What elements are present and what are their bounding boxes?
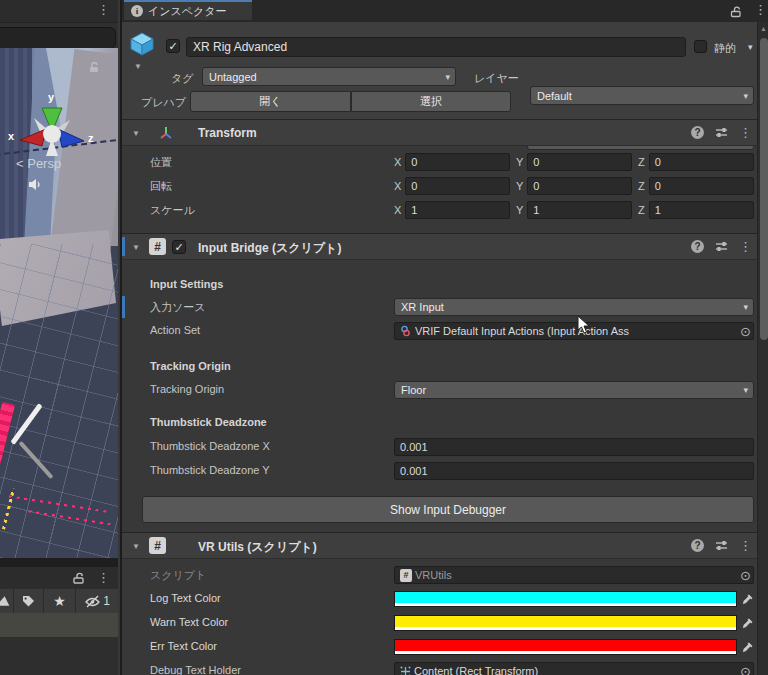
active-checkbox[interactable]: ✓	[166, 39, 180, 53]
input-bridge-header[interactable]: ▼ # ✓ Input Bridge (スクリプト) ? ⋮	[122, 233, 768, 260]
presets-icon[interactable]	[715, 539, 728, 552]
err-color-field[interactable]	[394, 639, 737, 655]
inspector-scrollbar[interactable]: ▲	[757, 22, 768, 675]
action-set-row: Action Set VRIF Default Input Actions (I…	[122, 322, 757, 340]
axis-x-label[interactable]: X	[394, 204, 401, 216]
eye-slash-icon	[84, 595, 101, 608]
presets-icon[interactable]	[715, 126, 728, 139]
action-set-object-field[interactable]: VRIF Default Input Actions (Input Action…	[394, 322, 754, 340]
script-object-field[interactable]: # VRUtils ⊙	[394, 566, 754, 584]
foldout-icon[interactable]: ▼	[134, 62, 142, 71]
gizmo-y-label[interactable]: y	[48, 91, 54, 103]
axis-y-label[interactable]: Y	[516, 156, 523, 168]
log-color-field[interactable]	[394, 591, 737, 607]
axis-x-label[interactable]: X	[394, 180, 401, 192]
deadzone-x-label: Thumbstick Deadzone X	[150, 440, 270, 452]
vr-utils-header[interactable]: ▼ # VR Utils (スクリプト) ? ⋮	[122, 532, 768, 559]
component-enabled-checkbox[interactable]: ✓	[172, 240, 186, 254]
deadzone-y-field[interactable]: 0.001	[394, 462, 754, 480]
input-actions-asset-icon	[400, 325, 412, 337]
unlock-icon[interactable]	[730, 5, 743, 18]
axis-z-label[interactable]: Z	[638, 180, 645, 192]
layer-dropdown[interactable]: Default ▾	[530, 86, 754, 105]
presets-icon[interactable]	[715, 240, 728, 253]
more-icon[interactable]: ⋮	[97, 4, 110, 16]
object-picker-icon[interactable]: ⊙	[739, 324, 752, 339]
object-picker-icon[interactable]: ⊙	[739, 568, 752, 583]
color-swatch	[395, 616, 736, 627]
more-icon[interactable]: ⋮	[754, 4, 767, 16]
asset-header-icons: ★ 1	[0, 589, 118, 613]
static-checkbox[interactable]	[694, 40, 707, 53]
more-icon[interactable]: ⋮	[739, 127, 752, 139]
log-color-row: Log Text Color	[122, 590, 757, 608]
scene-visibility-toggle[interactable]: 1	[76, 589, 118, 613]
foldout-icon[interactable]: ▼	[132, 542, 140, 551]
object-picker-icon[interactable]: ⊙	[739, 664, 752, 675]
action-set-label: Action Set	[150, 324, 200, 336]
help-icon[interactable]: ?	[691, 126, 704, 139]
prefab-open-button[interactable]: 開く	[190, 91, 351, 112]
scale-label: スケール	[150, 203, 195, 218]
tag-dropdown[interactable]: Untagged ▾	[202, 67, 456, 86]
more-icon[interactable]: ⋮	[739, 241, 752, 253]
more-icon[interactable]: ⋮	[739, 540, 752, 552]
tracking-origin-label: Tracking Origin	[150, 383, 224, 395]
gameobject-cube-icon[interactable]	[129, 31, 155, 57]
input-settings-header: Input Settings	[150, 278, 223, 290]
axis-z-label[interactable]: Z	[638, 156, 645, 168]
deadzone-x-row: Thumbstick Deadzone X 0.001	[122, 438, 757, 456]
static-label[interactable]: 静的	[714, 41, 736, 56]
debug-text-holder-object-field[interactable]: Content (Rect Transform) ⊙	[394, 662, 754, 675]
tracking-origin-dropdown[interactable]: Floor ▾	[394, 381, 754, 399]
gameobject-name-field[interactable]: XR Rig Advanced	[186, 37, 686, 57]
axis-z-label[interactable]: Z	[638, 204, 645, 216]
scale-y-field[interactable]: 1	[527, 201, 632, 219]
warn-color-field[interactable]	[394, 615, 737, 631]
eyedropper-icon[interactable]	[741, 641, 754, 654]
rotation-y-field[interactable]: 0	[527, 177, 632, 195]
help-icon[interactable]: ?	[691, 240, 704, 253]
gizmo-x-label[interactable]: x	[8, 130, 14, 142]
clipped-icon[interactable]	[0, 589, 14, 613]
position-y-field[interactable]: 0	[527, 153, 632, 171]
deadzone-x-field[interactable]: 0.001	[394, 438, 754, 456]
tracking-origin-value: Floor	[401, 384, 426, 396]
chevron-down-icon[interactable]: ▾	[748, 42, 753, 52]
prefab-select-button[interactable]: 選択	[351, 91, 511, 112]
gizmo-x-cone	[20, 129, 46, 146]
unlock-icon[interactable]	[72, 571, 86, 585]
more-icon[interactable]: ⋮	[97, 572, 110, 584]
persp-label[interactable]: < Persp	[16, 156, 61, 171]
tag-icon[interactable]	[14, 589, 44, 613]
rotation-x-field[interactable]: 0	[405, 177, 510, 195]
help-icon[interactable]: ?	[691, 539, 704, 552]
eyedropper-icon[interactable]	[741, 617, 754, 630]
scrollbar-thumb[interactable]	[760, 38, 768, 340]
position-z-field[interactable]: 0	[649, 153, 754, 171]
tab-inspector[interactable]: i インスペクター	[124, 0, 252, 20]
star-icon[interactable]: ★	[44, 589, 76, 613]
scroll-up-arrow-icon[interactable]: ▲	[760, 25, 767, 32]
axis-y-label[interactable]: Y	[516, 180, 523, 192]
axis-x-label[interactable]: X	[394, 156, 401, 168]
axis-y-label[interactable]: Y	[516, 204, 523, 216]
foldout-icon[interactable]: ▼	[132, 129, 140, 138]
foldout-icon[interactable]: ▼	[132, 243, 140, 252]
debug-text-holder-value: Content (Rect Transform)	[414, 665, 538, 675]
scene-view[interactable]: y x z < Persp	[0, 48, 118, 558]
bottom-panel-header: ⋮	[0, 567, 118, 589]
show-input-debugger-button[interactable]: Show Input Debugger	[142, 496, 754, 523]
lock-icon[interactable]	[88, 61, 101, 74]
scale-x-field[interactable]: 1	[405, 201, 510, 219]
input-source-dropdown[interactable]: XR Input ▾	[394, 298, 754, 316]
warn-color-label: Warn Text Color	[150, 616, 228, 628]
bottom-empty	[0, 637, 118, 675]
rotation-z-field[interactable]: 0	[649, 177, 754, 195]
transform-header[interactable]: ▼ Transform ?	[122, 119, 768, 146]
scale-z-field[interactable]: 1	[649, 201, 754, 219]
gizmo-z-label[interactable]: z	[88, 132, 94, 144]
scene-toolbar-dropdown[interactable]	[0, 27, 116, 49]
position-x-field[interactable]: 0	[405, 153, 510, 171]
eyedropper-icon[interactable]	[741, 593, 754, 606]
